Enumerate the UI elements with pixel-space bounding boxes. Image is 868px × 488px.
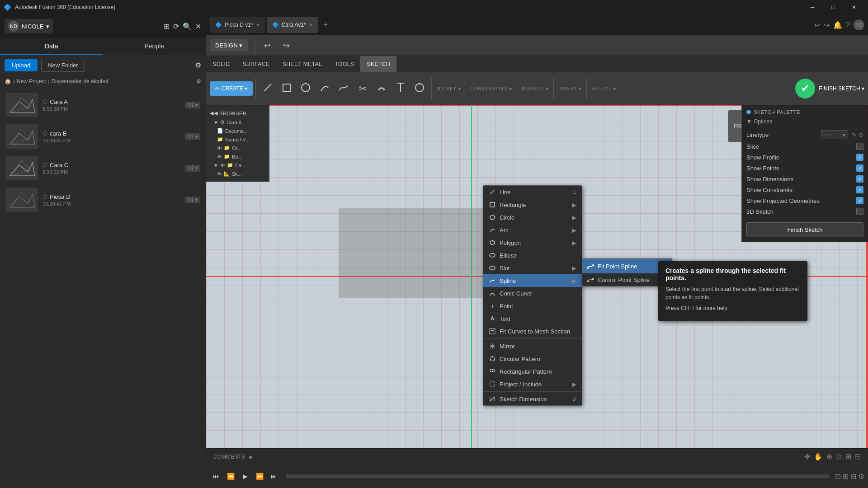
comments-toggle[interactable]: ● [249, 453, 252, 460]
vertical-line-tool[interactable] [392, 76, 410, 101]
minimize-button[interactable]: ─ [802, 0, 823, 14]
design-button[interactable]: DESIGN ▾ [210, 39, 248, 52]
pan-icon[interactable]: ⊙ [836, 452, 842, 461]
breadcrumb-folder[interactable]: Dispensador de alcohol [52, 78, 108, 84]
maximize-button[interactable]: □ [823, 0, 844, 14]
tab-piesa-d[interactable]: 🔷 Piesa D v1* ✕ [210, 17, 265, 33]
refresh-icon[interactable]: ⟳ [173, 22, 179, 31]
tab-data[interactable]: Data [0, 38, 103, 55]
show-profile-checkbox[interactable] [856, 154, 863, 161]
line-tool[interactable] [259, 76, 277, 101]
cm-sketch-dimension[interactable]: Sketch Dimension D [483, 393, 582, 405]
insert-label[interactable]: INSERT ▾ [557, 86, 584, 91]
timeline-end-button[interactable]: ⏭ [268, 470, 280, 483]
cm-slot[interactable]: Slot ▶ [483, 262, 582, 274]
offset-tool[interactable] [373, 76, 391, 101]
browser-item-ca[interactable]: ▼ 👁 📁 Ca... [206, 161, 269, 169]
browser-item-docs[interactable]: 📄 Docume... [206, 127, 269, 135]
file-item[interactable]: ⬡ Cara C 9:20:02 PM V2 ▾ [0, 152, 206, 184]
close-tab-icon[interactable]: ✕ [256, 23, 259, 28]
circle-tool[interactable] [297, 76, 315, 101]
menu-surface[interactable]: SURFACE [236, 56, 276, 72]
modify-label[interactable]: MODIFY ▾ [434, 86, 462, 91]
home-icon[interactable]: 🏠 [5, 78, 11, 84]
undo-button[interactable]: ↩ [259, 38, 275, 54]
cm-circular-pattern[interactable]: Circular Pattern [483, 352, 582, 365]
show-points-checkbox[interactable] [856, 164, 863, 172]
cm-ellipse[interactable]: Ellipse [483, 249, 582, 262]
browser-item-named[interactable]: 📁 Named V... [206, 135, 269, 144]
palette-settings-icon[interactable]: ⊙ [859, 131, 863, 138]
timeline-track[interactable] [286, 474, 830, 478]
grid-display-icon[interactable]: ⊟ [855, 452, 861, 461]
show-constraints-checkbox[interactable] [856, 186, 863, 193]
inspect-label[interactable]: INSPECT ▾ [520, 86, 551, 91]
grid-icon[interactable]: ⊞ [164, 22, 170, 31]
upload-button[interactable]: Upload [5, 59, 38, 71]
timeline-play-button[interactable]: ▶ [239, 470, 251, 483]
breadcrumb-project[interactable]: New Project [17, 78, 46, 84]
show-projected-checkbox[interactable] [856, 197, 863, 204]
cm-line[interactable]: Line L [483, 186, 582, 198]
close-button[interactable]: ✕ [844, 0, 864, 14]
palette-edit-icon[interactable]: ✎ [852, 131, 857, 138]
cm-circle[interactable]: Circle ▶ [483, 211, 582, 224]
select-label[interactable]: SELECT ▾ [590, 86, 618, 91]
move-icon[interactable]: ✥ [804, 452, 810, 461]
close-icon[interactable]: ✕ [195, 22, 201, 31]
spline-tool[interactable] [335, 76, 353, 101]
timeline-prev-button[interactable]: ⏪ [224, 470, 237, 483]
cm-arc[interactable]: Arc ▶ [483, 224, 582, 236]
zoom-icon[interactable]: ⊕ [826, 452, 832, 461]
tab-cara-a[interactable]: 🔷 Cara Av1* ✕ [267, 17, 318, 33]
browser-item-sk[interactable]: 👁 📐 Sk... [206, 169, 269, 178]
settings-icon[interactable]: ⚙ [195, 61, 201, 70]
browser-item-bo[interactable]: 👁 📁 Bo... [206, 152, 269, 161]
constraints-label[interactable]: CONSTRAINTS ▾ [469, 86, 514, 91]
browser-item-cara[interactable]: ▼ ⚙ Cara A [206, 118, 269, 127]
redo-button[interactable]: ↪ [278, 38, 294, 54]
slice-checkbox[interactable] [856, 143, 863, 150]
file-item[interactable]: ⬡ Piesa D 10:20:41 PM V1 ▾ [0, 184, 206, 216]
file-item[interactable]: ⬡ cara B 10:03:37 PM V1 ▾ [0, 121, 206, 152]
cm-rectangle[interactable]: Rectangle ▶ [483, 198, 582, 211]
finish-sketch-label[interactable]: FINISH SKETCH ▾ [819, 85, 864, 92]
cm-conic[interactable]: Conic Curve [483, 287, 582, 300]
close-tab-icon2[interactable]: ✕ [309, 23, 312, 28]
circle2-tool[interactable] [410, 76, 429, 101]
menu-sketch[interactable]: SKETCH [360, 56, 396, 72]
help-icon[interactable]: ? [846, 21, 850, 29]
tab-people[interactable]: People [103, 38, 206, 55]
undo-history-icon[interactable]: ↩ [814, 21, 820, 29]
cm-point[interactable]: + Point [483, 300, 582, 312]
timeline-start-button[interactable]: ⏮ [210, 470, 222, 483]
cm-mirror[interactable]: Mirror [483, 340, 582, 352]
new-folder-button[interactable]: New Folder [41, 59, 85, 72]
cm-text[interactable]: A Text [483, 312, 582, 325]
cm-spline[interactable]: Spline ▶ [483, 274, 582, 287]
deselect-icon[interactable]: ⊞ [843, 472, 849, 481]
breadcrumb-settings[interactable]: ⚙ [196, 78, 201, 84]
arc-tool[interactable] [316, 76, 334, 101]
menu-tools[interactable]: TOOLS [328, 56, 360, 72]
show-dimensions-checkbox[interactable] [856, 175, 863, 183]
create-button[interactable]: ✏ CREATE ▾ [210, 81, 253, 96]
rect-tool[interactable] [278, 76, 296, 101]
canvas-area[interactable]: ◀◀ BROWSER ▼ ⚙ Cara A 📄 Docume... 📁 [206, 105, 868, 448]
linetype-select[interactable]: ─── ▾ [821, 130, 848, 139]
menu-solid[interactable]: SOLID [206, 56, 236, 72]
cm-project-include[interactable]: Project / Include ▶ [483, 378, 582, 390]
3d-sketch-checkbox[interactable] [856, 208, 863, 215]
redo-history-icon[interactable]: ↪ [824, 21, 830, 29]
display-settings-icon[interactable]: ⊞ [845, 452, 851, 461]
user-avatar-top[interactable]: ND [854, 19, 864, 30]
hand-icon[interactable]: ✋ [814, 452, 823, 461]
cm-rectangular-pattern[interactable]: Rectangular Pattern [483, 365, 582, 378]
file-item[interactable]: ⬡ Cara A 8:56:30 PM V1 ▾ [0, 89, 206, 121]
timeline-next-button[interactable]: ⏩ [253, 470, 266, 483]
browser-header[interactable]: ◀◀ BROWSER [206, 108, 269, 118]
search-icon[interactable]: 🔍 [183, 22, 192, 31]
trim-tool[interactable]: ✂ [354, 76, 372, 101]
select-all-icon[interactable]: ⊡ [835, 472, 841, 481]
new-tab-button[interactable]: + [320, 19, 332, 31]
